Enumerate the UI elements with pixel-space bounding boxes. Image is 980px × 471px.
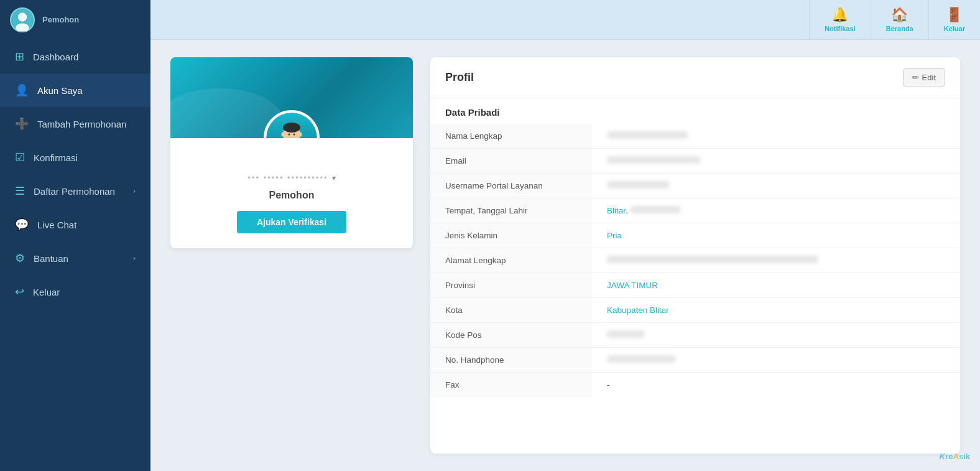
- field-label-handphone: No. Handphone: [430, 348, 592, 373]
- sidebar-label-live-chat: Live Chat: [37, 220, 136, 230]
- profile-card: ••• ••••• •••••••••• ▾ Pemohon Ajukan Ve…: [170, 57, 413, 454]
- nama-value-blurred: [607, 131, 688, 139]
- bell-icon: 🔔: [831, 7, 848, 23]
- list-icon: ☰: [15, 184, 25, 198]
- profile-body: ••• ••••• •••••••••• ▾ Pemohon Ajukan Ve…: [170, 138, 413, 248]
- beranda-label: Beranda: [886, 25, 913, 32]
- plus-icon: ➕: [15, 117, 29, 131]
- field-label-tempat: Tempat, Tanggal Lahir: [430, 198, 592, 223]
- sidebar-item-konfirmasi[interactable]: ☑ Konfirmasi: [0, 141, 150, 174]
- field-label-nama: Nama Lengkap: [430, 124, 592, 149]
- svg-point-1: [16, 23, 29, 31]
- profile-role: Pemohon: [269, 190, 315, 201]
- sidebar-item-daftar-permohonan[interactable]: ☰ Daftar Permohonan ›: [0, 174, 150, 208]
- field-label-kode-pos: Kode Pos: [430, 323, 592, 348]
- svg-point-5: [283, 123, 300, 133]
- field-value-provinsi: JAWA TIMUR: [592, 273, 960, 298]
- kodepos-value-blurred: [607, 330, 644, 338]
- sidebar-label-tambah-permohonan: Tambah Permohonan: [37, 119, 136, 129]
- data-pribadi-title: Data Pribadi: [430, 98, 960, 124]
- pencil-icon: ✏: [912, 73, 919, 82]
- topnav: Pemohon 🔔 Notifikasi 🏠 Beranda 🚪 Keluar: [0, 0, 980, 40]
- keluar-topnav-label: Keluar: [944, 25, 965, 32]
- sidebar-item-tambah-permohonan[interactable]: ➕ Tambah Permohonan: [0, 107, 150, 141]
- sidebar-label-daftar-permohonan: Daftar Permohonan: [34, 186, 124, 197]
- topnav-username: Pemohon: [42, 15, 79, 24]
- chevron-right-icon: ›: [133, 187, 136, 195]
- sidebar-item-dashboard[interactable]: ⊞ Dashboard: [0, 40, 150, 73]
- notifikasi-button[interactable]: 🔔 Notifikasi: [809, 0, 871, 40]
- profile-avatar: [266, 113, 317, 138]
- main-layout: ⊞ Dashboard 👤 Akun Saya ➕ Tambah Permoho…: [0, 40, 980, 471]
- table-row: Provinsi JAWA TIMUR: [430, 273, 960, 298]
- chevron-right-icon-bantuan: ›: [133, 254, 136, 263]
- field-label-email: Email: [430, 149, 592, 174]
- keluar-topnav-button[interactable]: 🚪 Keluar: [928, 0, 980, 40]
- ajukan-verifikasi-button[interactable]: Ajukan Verifikasi: [237, 211, 346, 233]
- sidebar: ⊞ Dashboard 👤 Akun Saya ➕ Tambah Permoho…: [0, 40, 150, 471]
- table-row: Email: [430, 149, 960, 174]
- sidebar-label-dashboard: Dashboard: [33, 52, 136, 62]
- email-value-blurred: [607, 156, 700, 164]
- profile-username-row: ••• ••••• •••••••••• ▾: [247, 173, 335, 182]
- dropdown-icon: ▾: [332, 174, 336, 182]
- field-value-kode-pos: [592, 323, 960, 348]
- check-icon: ☑: [15, 151, 25, 164]
- field-label-provinsi: Provinsi: [430, 273, 592, 298]
- notifikasi-label: Notifikasi: [825, 25, 856, 32]
- topnav-brand: Pemohon: [0, 0, 150, 40]
- field-value-kota: Kabupaten Blitar: [592, 298, 960, 323]
- table-row: No. Handphone: [430, 348, 960, 373]
- alamat-value-blurred: [607, 256, 818, 263]
- beranda-button[interactable]: 🏠 Beranda: [871, 0, 928, 40]
- field-value-alamat: [592, 248, 960, 273]
- username-portal-value-blurred: [607, 181, 669, 189]
- profil-title: Profil: [445, 71, 474, 84]
- profile-data-table: Nama Lengkap Email Username Portal Layan…: [430, 124, 960, 397]
- logout-icon: ↩: [15, 285, 24, 299]
- field-value-email: [592, 149, 960, 174]
- table-row: Username Portal Layanan: [430, 174, 960, 198]
- svg-point-0: [18, 12, 27, 21]
- table-row: Nama Lengkap: [430, 124, 960, 149]
- field-label-jenis-kelamin: Jenis Kelamin: [430, 223, 592, 248]
- edit-button[interactable]: ✏ Edit: [903, 68, 945, 86]
- sidebar-label-bantuan: Bantuan: [34, 253, 124, 264]
- edit-label: Edit: [922, 73, 936, 82]
- home-icon: 🏠: [891, 7, 908, 23]
- sidebar-item-keluar[interactable]: ↩ Keluar: [0, 275, 150, 309]
- exit-icon: 🚪: [946, 7, 963, 23]
- sidebar-item-akun-saya[interactable]: 👤 Akun Saya: [0, 73, 150, 107]
- table-row: Alamat Lengkap: [430, 248, 960, 273]
- field-label-fax: Fax: [430, 373, 592, 398]
- sidebar-item-live-chat[interactable]: 💬 Live Chat: [0, 208, 150, 241]
- field-label-alamat: Alamat Lengkap: [430, 248, 592, 273]
- hp-value-blurred: [607, 355, 675, 363]
- table-row: Kode Pos: [430, 323, 960, 348]
- svg-point-9: [299, 133, 302, 137]
- topnav-avatar: [10, 7, 35, 32]
- table-row: Kota Kabupaten Blitar: [430, 298, 960, 323]
- field-value-jenis-kelamin: Pria: [592, 223, 960, 248]
- content-area: ••• ••••• •••••••••• ▾ Pemohon Ajukan Ve…: [150, 40, 980, 471]
- field-value-nama: [592, 124, 960, 149]
- svg-point-8: [282, 133, 285, 137]
- sidebar-item-bantuan[interactable]: ⚙ Bantuan ›: [0, 241, 150, 275]
- field-value-fax: -: [592, 373, 960, 398]
- grid-icon: ⊞: [15, 50, 24, 63]
- user-icon: 👤: [15, 83, 29, 97]
- profile-avatar-wrap: [264, 110, 320, 138]
- chat-icon: 💬: [15, 218, 29, 231]
- svg-point-7: [294, 134, 295, 136]
- table-row: Fax -: [430, 373, 960, 398]
- topnav-actions: 🔔 Notifikasi 🏠 Beranda 🚪 Keluar: [809, 0, 980, 40]
- svg-point-6: [289, 134, 290, 136]
- sidebar-label-konfirmasi: Konfirmasi: [34, 152, 136, 163]
- field-label-kota: Kota: [430, 298, 592, 323]
- help-icon: ⚙: [15, 251, 25, 265]
- field-label-username-portal: Username Portal Layanan: [430, 174, 592, 198]
- profile-info-panel: Profil ✏ Edit Data Pribadi Nama Lengkap …: [430, 57, 960, 454]
- table-row: Jenis Kelamin Pria: [430, 223, 960, 248]
- sidebar-label-akun-saya: Akun Saya: [37, 85, 136, 96]
- field-value-tempat: Blitar,: [592, 198, 960, 223]
